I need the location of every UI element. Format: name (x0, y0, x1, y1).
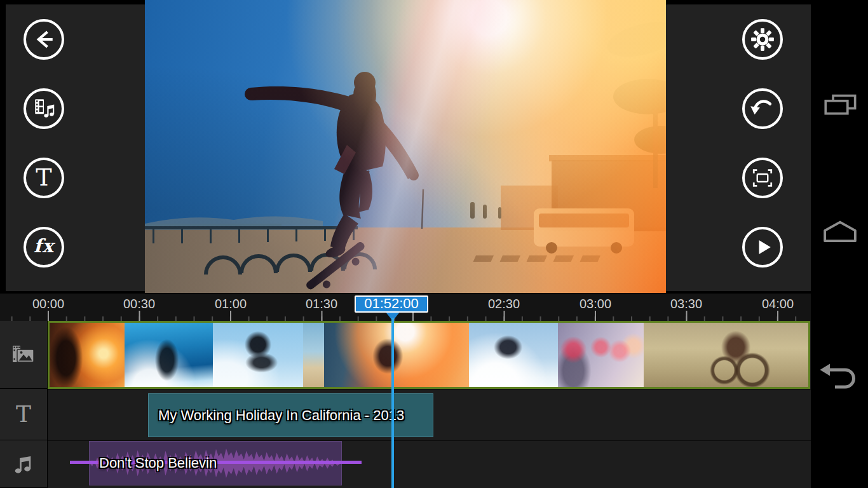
video-clip-thumbnail[interactable] (125, 323, 213, 387)
video-track-header[interactable] (0, 321, 48, 389)
music-note-icon (11, 451, 36, 477)
audio-track-lane: Don't Stop Believin (48, 440, 811, 488)
timeline: 00:00 00:30 01:00 01:30 02:30 03:00 03:3… (0, 294, 811, 488)
gear-icon (749, 25, 776, 53)
video-track-lane (48, 321, 811, 389)
title-clip[interactable]: My Working Holiday In California - 2013 (148, 393, 433, 437)
video-clip-thumbnail[interactable] (644, 323, 808, 387)
video-clip-thumbnail[interactable] (558, 323, 644, 387)
current-time-display[interactable]: 01:52:00 (355, 295, 428, 313)
audio-clip-label: Don't Stop Believin (99, 442, 217, 485)
play-button[interactable] (742, 227, 783, 268)
ruler-label: 01:30 (294, 297, 349, 311)
fx-icon: fx (34, 237, 54, 255)
film-music-icon (30, 95, 58, 123)
audio-track-header[interactable] (0, 440, 48, 488)
video-clip-thumbnail[interactable] (50, 323, 125, 387)
text-button[interactable]: T (24, 158, 64, 198)
playhead-line[interactable] (391, 318, 394, 488)
ruler-label: 00:30 (112, 297, 166, 311)
play-icon (749, 233, 776, 261)
video-clip-thumbnail[interactable] (303, 323, 324, 387)
undo-arrow-icon (749, 95, 776, 123)
video-clip-thumbnail[interactable] (469, 323, 558, 387)
ruler-label: 00:00 (21, 297, 76, 311)
corner-vignette (145, 0, 666, 293)
back-button[interactable] (24, 19, 64, 60)
preview-area[interactable] (145, 0, 666, 293)
ruler-label: 04:00 (750, 297, 805, 311)
video-track (48, 321, 810, 389)
title-text-icon: T (36, 165, 51, 189)
ruler-label: 03:30 (659, 297, 714, 311)
video-editor-screen: T fx (0, 0, 868, 488)
home-icon[interactable] (820, 216, 860, 243)
settings-button[interactable] (742, 19, 783, 60)
fit-screen-button[interactable] (742, 158, 783, 198)
fit-screen-icon (749, 164, 776, 192)
track-header-column: T (0, 321, 48, 488)
android-nav-bar (811, 0, 868, 488)
title-track-icon: T (16, 403, 31, 426)
title-clip-label: My Working Holiday In California - 2013 (158, 394, 404, 437)
undo-button[interactable] (742, 88, 783, 129)
video-clip-thumbnail[interactable] (324, 323, 469, 387)
ruler-label: 02:30 (477, 297, 531, 311)
effects-button[interactable]: fx (24, 227, 64, 268)
title-track-lane: My Working Holiday In California - 2013 (48, 389, 811, 440)
nav-back-icon[interactable] (818, 360, 862, 393)
back-arrow-icon (30, 25, 58, 53)
ruler-label: 03:00 (568, 297, 623, 311)
video-track-icon (9, 341, 38, 369)
right-toolbar-panel (666, 4, 811, 291)
video-clip-thumbnail[interactable] (213, 323, 303, 387)
ruler-label: 01:00 (203, 297, 258, 311)
media-button[interactable] (24, 88, 64, 129)
title-track-header[interactable]: T (0, 389, 48, 440)
recents-icon[interactable] (821, 93, 859, 118)
